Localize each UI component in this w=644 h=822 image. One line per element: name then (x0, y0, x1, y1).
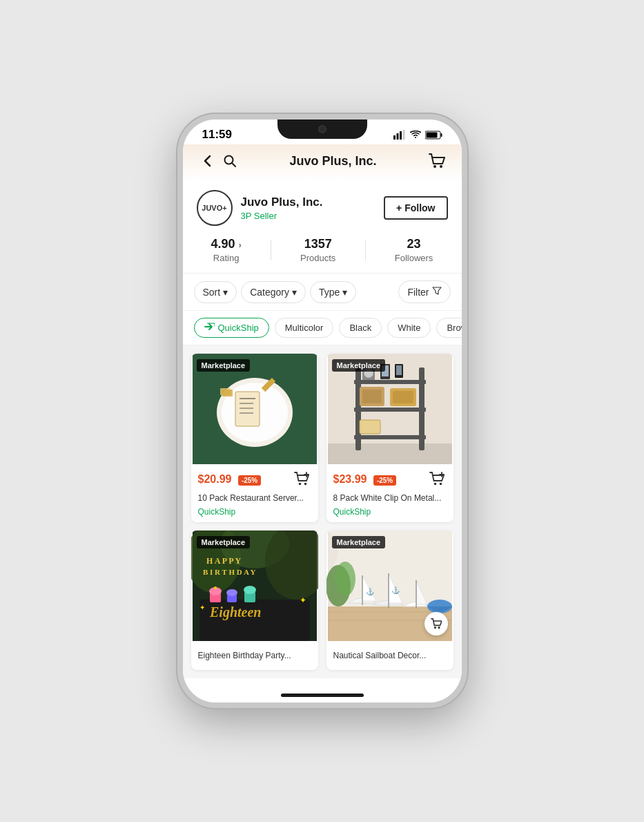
filter-button[interactable]: Filter (398, 280, 450, 303)
svg-rect-0 (393, 135, 396, 140)
product-title-4: Nautical Sailboat Decor... (333, 650, 447, 662)
price-row-2: $23.99 -25% (333, 470, 447, 489)
rating-label: Rating (211, 253, 242, 263)
back-button[interactable] (197, 150, 219, 172)
followers-value: 23 (395, 237, 433, 251)
tag-black[interactable]: Black (339, 318, 382, 338)
price-row-1: $20.99 -25% (198, 470, 311, 489)
tag-brown[interactable]: Brow... (436, 318, 461, 338)
svg-rect-29 (354, 380, 426, 384)
seller-top: JUVO+ Juvo Plus, Inc. 3P Seller + Follow (197, 190, 448, 226)
svg-text:Eighteen: Eighteen (209, 604, 261, 620)
product-image-wrap-1: Marketplace (191, 354, 318, 464)
search-icon (223, 154, 237, 168)
svg-rect-6 (426, 132, 437, 137)
cart-icon (429, 153, 445, 169)
svg-rect-2 (400, 131, 402, 140)
price-group-2: $23.99 -25% (333, 473, 397, 486)
product-card-1[interactable]: Marketplace $20.99 -25% (191, 354, 318, 522)
sort-button[interactable]: Sort ▾ (194, 281, 237, 303)
svg-rect-1 (396, 133, 398, 140)
product-card-3[interactable]: H A P P Y B I R T H D A Y Eighteen (191, 531, 318, 670)
tag-white[interactable]: White (387, 318, 431, 338)
svg-point-80 (438, 627, 440, 629)
quickship-icon (204, 323, 215, 333)
seller-info: JUVO+ Juvo Plus, Inc. 3P Seller (197, 190, 323, 226)
svg-text:⚓: ⚓ (366, 587, 375, 596)
add-cart-icon-1 (294, 472, 309, 487)
seller-details: Juvo Plus, Inc. 3P Seller (241, 195, 323, 221)
signal-icon (393, 130, 406, 140)
seller-badge: 3P Seller (241, 211, 323, 221)
cart-button[interactable] (426, 150, 448, 172)
product-info-1: $20.99 -25% (191, 464, 318, 522)
products-label: Products (300, 253, 335, 263)
product-info-2: $23.99 -25% (326, 464, 453, 522)
phone-frame: 11:59 (177, 114, 467, 708)
product-title-3: Eighteen Birthday Party... (198, 650, 311, 662)
nav-header: Juvo Plus, Inc. (183, 144, 462, 180)
svg-line-8 (232, 163, 235, 166)
filter-funnel-icon (432, 286, 442, 298)
content-area: JUVO+ Juvo Plus, Inc. 3P Seller + Follow… (183, 180, 462, 688)
products-grid: Marketplace $20.99 -25% (183, 345, 462, 678)
follow-button[interactable]: + Follow (384, 196, 447, 220)
svg-point-60 (244, 586, 256, 594)
product-card-2[interactable]: Marketplace $23.99 -25% (326, 354, 453, 522)
svg-point-43 (433, 483, 436, 486)
search-button[interactable] (219, 150, 241, 172)
notch (277, 120, 367, 139)
marketplace-badge-1: Marketplace (197, 359, 251, 372)
rating-value: 4.90 › (211, 237, 242, 251)
discount-badge-2: -25% (373, 475, 396, 486)
product-quickship-1: QuickShip (198, 507, 311, 517)
stat-divider-1 (271, 240, 271, 260)
camera (318, 125, 326, 133)
svg-rect-14 (235, 392, 260, 426)
stat-rating: 4.90 › Rating (211, 237, 242, 263)
add-cart-button-2[interactable] (427, 470, 447, 489)
category-button[interactable]: Category ▾ (241, 281, 306, 303)
svg-rect-39 (362, 390, 382, 403)
product-title-1: 10 Pack Restaurant Server... (198, 493, 311, 504)
price-group-1: $20.99 -25% (198, 473, 262, 486)
type-button[interactable]: Type ▾ (310, 281, 356, 303)
tag-quickship[interactable]: QuickShip (194, 318, 269, 338)
svg-rect-31 (354, 435, 426, 439)
product-card-4[interactable]: ⚓ ⚓ Marketplace (326, 531, 453, 670)
svg-rect-42 (360, 420, 380, 434)
tag-multicolor[interactable]: Multicolor (275, 318, 334, 338)
seller-stats: 4.90 › Rating 1357 Products 23 Followers (197, 237, 448, 263)
svg-rect-37 (396, 365, 402, 375)
stat-products: 1357 Products (300, 237, 335, 263)
stat-divider-2 (365, 240, 366, 260)
svg-rect-26 (328, 443, 452, 464)
cart-float-icon-4 (431, 618, 442, 629)
svg-text:H A P P Y: H A P P Y (206, 556, 242, 566)
product-quickship-2: QuickShip (333, 507, 447, 517)
back-icon (204, 155, 211, 167)
product-title-2: 8 Pack White Clip On Metal... (333, 493, 447, 504)
seller-logo: JUVO+ (197, 190, 233, 226)
svg-point-22 (304, 483, 306, 486)
svg-text:✦: ✦ (199, 604, 205, 611)
svg-point-56 (214, 586, 217, 589)
wifi-icon (410, 131, 421, 139)
cart-float-button-4[interactable] (425, 612, 448, 635)
marketplace-badge-4: Marketplace (332, 536, 386, 548)
tags-bar: QuickShip Multicolor Black White Brow... (183, 311, 462, 345)
marketplace-badge-3: Marketplace (197, 536, 251, 548)
home-indicator (281, 694, 364, 697)
svg-rect-3 (402, 130, 404, 140)
svg-point-69 (335, 562, 355, 596)
seller-profile: JUVO+ Juvo Plus, Inc. 3P Seller + Follow… (183, 180, 462, 274)
marketplace-badge-2: Marketplace (332, 359, 386, 372)
product-price-1: $20.99 (198, 473, 232, 485)
svg-rect-30 (354, 408, 426, 412)
add-cart-button-1[interactable] (292, 470, 311, 489)
status-time: 11:59 (202, 128, 232, 142)
svg-text:✦: ✦ (300, 595, 306, 605)
sort-chevron-icon: ▾ (223, 287, 228, 298)
home-indicator-bar (183, 688, 462, 702)
product-price-2: $23.99 (333, 473, 367, 485)
